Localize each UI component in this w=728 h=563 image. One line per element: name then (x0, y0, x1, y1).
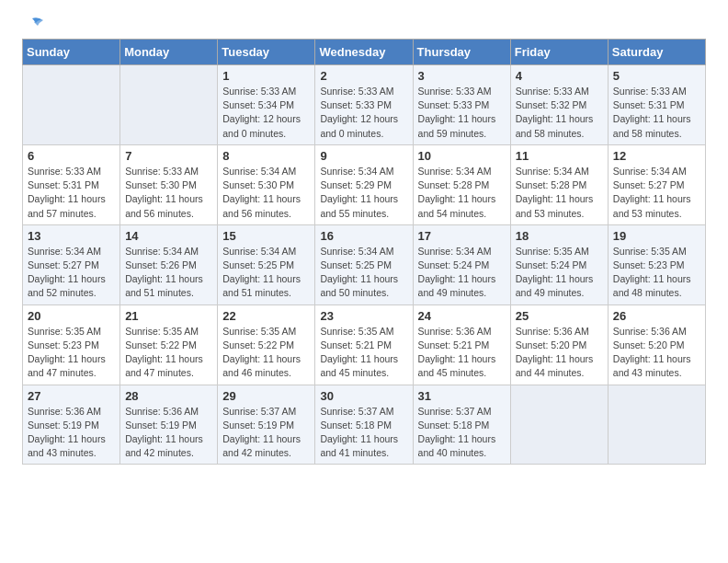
day-number: 24 (418, 309, 506, 323)
day-number: 10 (418, 149, 506, 163)
day-number: 7 (125, 149, 212, 163)
calendar-cell: 22Sunrise: 5:35 AM Sunset: 5:22 PM Dayli… (218, 304, 315, 385)
calendar-week-row: 27Sunrise: 5:36 AM Sunset: 5:19 PM Dayli… (23, 385, 706, 465)
day-number: 29 (222, 389, 310, 403)
calendar-cell: 7Sunrise: 5:33 AM Sunset: 5:30 PM Daylig… (120, 144, 218, 224)
day-info: Sunrise: 5:35 AM Sunset: 5:22 PM Dayligh… (125, 325, 212, 381)
calendar-cell: 14Sunrise: 5:34 AM Sunset: 5:26 PM Dayli… (120, 224, 218, 304)
calendar-cell: 20Sunrise: 5:35 AM Sunset: 5:23 PM Dayli… (23, 304, 120, 385)
day-info: Sunrise: 5:34 AM Sunset: 5:28 PM Dayligh… (418, 165, 506, 221)
calendar-cell: 27Sunrise: 5:36 AM Sunset: 5:19 PM Dayli… (23, 385, 120, 465)
day-number: 13 (28, 229, 115, 243)
calendar-week-row: 13Sunrise: 5:34 AM Sunset: 5:27 PM Dayli… (23, 224, 706, 304)
day-info: Sunrise: 5:33 AM Sunset: 5:32 PM Dayligh… (516, 85, 603, 141)
day-info: Sunrise: 5:33 AM Sunset: 5:31 PM Dayligh… (28, 165, 115, 221)
calendar-header-saturday: Saturday (608, 40, 705, 65)
day-number: 30 (320, 389, 407, 403)
day-info: Sunrise: 5:36 AM Sunset: 5:21 PM Dayligh… (418, 325, 506, 381)
calendar-cell: 8Sunrise: 5:34 AM Sunset: 5:30 PM Daylig… (218, 144, 315, 224)
calendar-week-row: 1Sunrise: 5:33 AM Sunset: 5:34 PM Daylig… (23, 65, 706, 145)
calendar-week-row: 20Sunrise: 5:35 AM Sunset: 5:23 PM Dayli… (23, 304, 706, 385)
day-info: Sunrise: 5:34 AM Sunset: 5:30 PM Dayligh… (222, 165, 310, 221)
day-info: Sunrise: 5:34 AM Sunset: 5:25 PM Dayligh… (222, 245, 310, 301)
day-number: 15 (222, 229, 310, 243)
calendar-cell: 2Sunrise: 5:33 AM Sunset: 5:33 PM Daylig… (315, 65, 413, 145)
day-info: Sunrise: 5:34 AM Sunset: 5:24 PM Dayligh… (418, 245, 506, 301)
calendar-header-row: SundayMondayTuesdayWednesdayThursdayFrid… (23, 40, 706, 65)
day-info: Sunrise: 5:35 AM Sunset: 5:23 PM Dayligh… (613, 245, 700, 301)
day-number: 28 (125, 389, 212, 403)
day-number: 4 (516, 69, 603, 83)
day-number: 9 (320, 149, 407, 163)
header (22, 18, 706, 29)
calendar-cell: 10Sunrise: 5:34 AM Sunset: 5:28 PM Dayli… (413, 144, 510, 224)
page: SundayMondayTuesdayWednesdayThursdayFrid… (0, 0, 728, 483)
day-info: Sunrise: 5:35 AM Sunset: 5:21 PM Dayligh… (320, 325, 407, 381)
calendar-cell: 24Sunrise: 5:36 AM Sunset: 5:21 PM Dayli… (413, 304, 510, 385)
calendar-cell: 25Sunrise: 5:36 AM Sunset: 5:20 PM Dayli… (510, 304, 608, 385)
day-info: Sunrise: 5:34 AM Sunset: 5:27 PM Dayligh… (613, 165, 700, 221)
day-info: Sunrise: 5:35 AM Sunset: 5:22 PM Dayligh… (222, 325, 310, 381)
calendar-cell: 9Sunrise: 5:34 AM Sunset: 5:29 PM Daylig… (315, 144, 413, 224)
calendar-cell: 31Sunrise: 5:37 AM Sunset: 5:18 PM Dayli… (413, 385, 510, 465)
day-info: Sunrise: 5:35 AM Sunset: 5:23 PM Dayligh… (28, 325, 115, 381)
calendar-cell: 17Sunrise: 5:34 AM Sunset: 5:24 PM Dayli… (413, 224, 510, 304)
day-number: 18 (516, 229, 603, 243)
calendar-cell: 26Sunrise: 5:36 AM Sunset: 5:20 PM Dayli… (608, 304, 705, 385)
calendar-cell: 13Sunrise: 5:34 AM Sunset: 5:27 PM Dayli… (23, 224, 120, 304)
calendar-cell: 16Sunrise: 5:34 AM Sunset: 5:25 PM Dayli… (315, 224, 413, 304)
day-number: 17 (418, 229, 506, 243)
calendar-cell: 6Sunrise: 5:33 AM Sunset: 5:31 PM Daylig… (23, 144, 120, 224)
day-number: 1 (222, 69, 310, 83)
calendar-cell: 29Sunrise: 5:37 AM Sunset: 5:19 PM Dayli… (218, 385, 315, 465)
calendar-header-tuesday: Tuesday (218, 40, 315, 65)
calendar-header-monday: Monday (120, 40, 218, 65)
day-info: Sunrise: 5:37 AM Sunset: 5:18 PM Dayligh… (320, 405, 407, 461)
day-info: Sunrise: 5:33 AM Sunset: 5:31 PM Dayligh… (613, 85, 700, 141)
calendar-cell (608, 385, 705, 465)
day-info: Sunrise: 5:33 AM Sunset: 5:33 PM Dayligh… (320, 85, 407, 141)
day-info: Sunrise: 5:34 AM Sunset: 5:26 PM Dayligh… (125, 245, 212, 301)
day-info: Sunrise: 5:34 AM Sunset: 5:28 PM Dayligh… (516, 165, 603, 221)
day-number: 26 (613, 309, 700, 323)
day-number: 21 (125, 309, 212, 323)
day-number: 6 (28, 149, 115, 163)
day-info: Sunrise: 5:36 AM Sunset: 5:19 PM Dayligh… (125, 405, 212, 461)
day-info: Sunrise: 5:34 AM Sunset: 5:25 PM Dayligh… (320, 245, 407, 301)
day-info: Sunrise: 5:37 AM Sunset: 5:18 PM Dayligh… (418, 405, 506, 461)
calendar-cell: 15Sunrise: 5:34 AM Sunset: 5:25 PM Dayli… (218, 224, 315, 304)
calendar-cell: 1Sunrise: 5:33 AM Sunset: 5:34 PM Daylig… (218, 65, 315, 145)
calendar-cell: 19Sunrise: 5:35 AM Sunset: 5:23 PM Dayli… (608, 224, 705, 304)
day-number: 20 (28, 309, 115, 323)
calendar-cell: 3Sunrise: 5:33 AM Sunset: 5:33 PM Daylig… (413, 65, 510, 145)
day-number: 11 (516, 149, 603, 163)
day-number: 16 (320, 229, 407, 243)
day-number: 27 (28, 389, 115, 403)
calendar-cell: 4Sunrise: 5:33 AM Sunset: 5:32 PM Daylig… (510, 65, 608, 145)
calendar-week-row: 6Sunrise: 5:33 AM Sunset: 5:31 PM Daylig… (23, 144, 706, 224)
day-info: Sunrise: 5:34 AM Sunset: 5:29 PM Dayligh… (320, 165, 407, 221)
calendar-header-sunday: Sunday (23, 40, 120, 65)
day-number: 5 (613, 69, 700, 83)
day-info: Sunrise: 5:34 AM Sunset: 5:27 PM Dayligh… (28, 245, 115, 301)
calendar-cell: 11Sunrise: 5:34 AM Sunset: 5:28 PM Dayli… (510, 144, 608, 224)
day-number: 31 (418, 389, 506, 403)
day-number: 19 (613, 229, 700, 243)
calendar-cell: 28Sunrise: 5:36 AM Sunset: 5:19 PM Dayli… (120, 385, 218, 465)
calendar-header-friday: Friday (510, 40, 608, 65)
calendar-header-wednesday: Wednesday (315, 40, 413, 65)
day-number: 14 (125, 229, 212, 243)
calendar-cell (120, 65, 218, 145)
calendar-cell: 12Sunrise: 5:34 AM Sunset: 5:27 PM Dayli… (608, 144, 705, 224)
day-number: 22 (222, 309, 310, 323)
calendar-table: SundayMondayTuesdayWednesdayThursdayFrid… (22, 39, 706, 465)
calendar-cell (510, 385, 608, 465)
day-number: 8 (222, 149, 310, 163)
calendar-cell: 21Sunrise: 5:35 AM Sunset: 5:22 PM Dayli… (120, 304, 218, 385)
day-number: 25 (516, 309, 603, 323)
day-number: 12 (613, 149, 700, 163)
logo-bird-icon (25, 17, 45, 31)
calendar-cell: 18Sunrise: 5:35 AM Sunset: 5:24 PM Dayli… (510, 224, 608, 304)
calendar-cell: 30Sunrise: 5:37 AM Sunset: 5:18 PM Dayli… (315, 385, 413, 465)
day-info: Sunrise: 5:37 AM Sunset: 5:19 PM Dayligh… (222, 405, 310, 461)
